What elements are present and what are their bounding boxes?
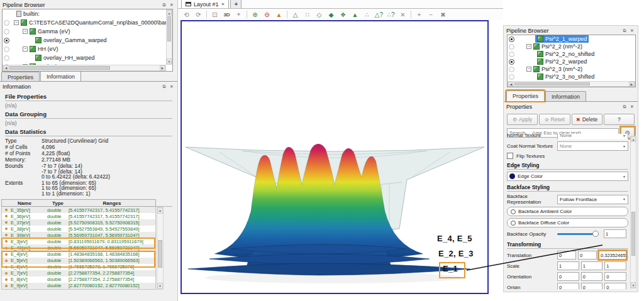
delete-button[interactable]: ✖Delete — [572, 114, 602, 125]
render-viewport[interactable] — [180, 20, 489, 294]
add-item-icon[interactable]: + — [414, 10, 425, 19]
table-row[interactable]: E_40[eV]double[5.56959731047, 5.56959731… — [2, 244, 155, 251]
remove-item-icon[interactable]: − — [426, 10, 436, 19]
tree-item-psi22[interactable]: − Psi^2_2 (nm^-2) — [508, 43, 635, 50]
tree-item-psi21-warped[interactable]: Psi^2_1_warped — [508, 35, 635, 43]
tree-vertical-scrollbar[interactable]: ▲ ▼ — [166, 9, 172, 65]
visibility-eye-icon[interactable] — [4, 38, 9, 43]
collapse-icon[interactable]: − — [23, 47, 28, 52]
backface-ambient-color-button[interactable]: Backface Ambient Color — [507, 207, 628, 216]
collapse-icon[interactable]: − — [526, 44, 531, 49]
select-polygon-points-icon[interactable]: ◆ — [326, 10, 336, 19]
tab-information[interactable]: Information — [40, 71, 81, 82]
select-polygon-cells-icon[interactable]: ◇ — [314, 10, 325, 19]
capture-screenshot-icon[interactable]: ⊡ — [209, 10, 220, 19]
hover-cells-icon[interactable]: △? — [374, 10, 384, 19]
backface-opacity-slider[interactable] — [557, 230, 601, 238]
col-type[interactable]: Type — [47, 200, 69, 206]
table-row[interactable]: E_39[eV]double[5.56959731047, 5.56959731… — [2, 232, 155, 238]
table-vertical-scrollbar[interactable]: ▲ ▼ — [157, 207, 164, 290]
table-row[interactable]: E_7[eV]double[2.2758877354, 2.2758877354… — [2, 270, 155, 276]
visibility-eye-icon[interactable] — [509, 44, 514, 50]
tab-layout-1[interactable]: Layout #1 ✕ — [181, 0, 229, 8]
tree-horizontal-scrollbar[interactable]: ◀ ▶ — [508, 81, 635, 87]
scroll-up-icon[interactable]: ▲ — [167, 10, 172, 16]
close-icon[interactable]: ✕ — [169, 84, 175, 90]
table-row[interactable]: E_37[eV]double[5.52750908315, 5.52750908… — [2, 219, 155, 226]
close-icon[interactable]: ✕ — [629, 28, 635, 34]
scroll-right-icon[interactable]: ▶ — [629, 82, 635, 86]
undock-icon[interactable]: ⧉ — [161, 84, 167, 90]
collapse-icon[interactable]: − — [526, 67, 531, 72]
visibility-eye-icon[interactable] — [509, 74, 514, 80]
tree-item-builtin[interactable]: builtin: — [3, 9, 172, 18]
scroll-down-icon[interactable]: ▼ — [157, 283, 163, 289]
normal-texture-combo[interactable]: None▼ — [557, 134, 628, 140]
backface-diffuse-color-button[interactable]: Backface Diffuse Color — [507, 218, 628, 227]
origin-y-field[interactable]: 0 — [581, 283, 603, 289]
orientation-z-field[interactable]: 0 — [604, 272, 626, 281]
translation-z-field[interactable]: 0.323524651 — [599, 251, 626, 260]
visibility-eye-icon[interactable] — [4, 20, 9, 26]
undock-icon[interactable]: ⧉ — [621, 28, 628, 34]
grow-selection-icon[interactable]: ▲ — [274, 10, 284, 19]
scroll-thumb[interactable] — [9, 66, 110, 70]
select-block-icon[interactable]: ❖ — [338, 10, 348, 19]
scroll-down-icon[interactable]: ▼ — [631, 282, 636, 288]
tree-item-bandedges[interactable]: − C:\TESTCASE\2DQuantumCorral_nnp\bias_0… — [3, 18, 172, 27]
close-icon[interactable]: ✕ — [629, 104, 635, 110]
visibility-eye-icon[interactable] — [4, 47, 9, 52]
scroll-thumb[interactable] — [631, 212, 635, 256]
scroll-thumb[interactable] — [158, 240, 162, 268]
tree-horizontal-scrollbar[interactable]: ◀ ▶ — [3, 65, 166, 71]
close-tab-icon[interactable]: ✕ — [221, 2, 225, 7]
clear-selection-icon[interactable]: ✕ — [397, 10, 408, 19]
tab-properties[interactable]: Properties — [506, 90, 545, 101]
scroll-down-icon[interactable]: ▼ — [167, 58, 172, 64]
undo-camera-icon[interactable]: ⟲ — [181, 10, 192, 19]
tree-item-psi22-no-shifted[interactable]: Psi^2_2_no_shifted — [508, 50, 635, 58]
visibility-eye-icon[interactable] — [4, 55, 9, 61]
tree-item-gamma[interactable]: − Gamma (eV) — [3, 27, 172, 36]
orientation-y-field[interactable]: 0 — [581, 272, 603, 281]
interactive-select-cells-icon[interactable]: ▲ — [350, 10, 360, 19]
zoom-to-data-icon[interactable]: ⌖ — [233, 10, 244, 19]
tree-item-psi23-no-shifted[interactable]: Psi^2_3_no_shifted — [508, 73, 635, 80]
reset-button[interactable]: ⊘Reset — [539, 114, 570, 125]
scroll-left-icon[interactable]: ◀ — [508, 82, 514, 86]
new-layout-tab[interactable]: + — [230, 0, 242, 8]
undock-icon[interactable]: ⧉ — [621, 104, 628, 110]
table-row[interactable]: E_9[eV]double[2.82770080152, 2.827700801… — [2, 283, 155, 289]
origin-x-field[interactable]: 0 — [557, 283, 579, 289]
table-row-e5[interactable]: E_5[eV]double[1.50389066563, 1.503890665… — [2, 258, 155, 264]
tree-item-overlay-gamma-warped[interactable]: overlay_Gamma_warped — [3, 36, 172, 45]
add-selection-icon[interactable]: ⊕ — [250, 10, 260, 19]
interactive-select-points-icon[interactable]: ∴ — [362, 10, 372, 19]
backface-opacity-field[interactable]: 1 — [604, 229, 626, 238]
scroll-thumb[interactable] — [167, 16, 171, 41]
undock-icon[interactable]: ⧉ — [161, 2, 167, 8]
flip-textures-checkbox[interactable] — [507, 153, 513, 159]
scale-y-field[interactable]: 1 — [581, 261, 603, 270]
translation-x-field[interactable]: 0 — [557, 251, 576, 260]
close-icon[interactable]: ✕ — [169, 2, 175, 8]
scale-x-field[interactable]: 1 — [557, 261, 579, 270]
apply-button[interactable]: ⚙Apply — [507, 114, 538, 125]
toggle-2d3d-icon[interactable]: 3D — [221, 10, 232, 19]
properties-vertical-scrollbar[interactable]: ▲ ▼ — [630, 136, 636, 288]
select-cells-rect-icon[interactable]: △ — [290, 10, 301, 19]
tab-properties[interactable]: Properties — [1, 72, 40, 82]
subtract-selection-icon[interactable]: ⊖ — [262, 10, 272, 19]
visibility-eye-icon[interactable] — [509, 59, 514, 65]
scroll-right-icon[interactable]: ▶ — [160, 65, 165, 70]
slider-handle[interactable] — [592, 231, 599, 237]
tree-item-psi23[interactable]: − Psi^2_3 (nm^-2) — [508, 65, 635, 73]
visibility-eye-icon[interactable] — [509, 67, 514, 72]
scroll-thumb[interactable] — [514, 82, 590, 85]
redo-camera-icon[interactable]: ⟳ — [193, 10, 204, 19]
table-row[interactable]: E_35[eV]double[5.41557742317, 5.41557742… — [2, 207, 155, 213]
scroll-up-icon[interactable]: ▲ — [631, 136, 636, 142]
hover-points-icon[interactable]: ∴? — [386, 10, 396, 19]
scroll-up-icon[interactable]: ▲ — [157, 207, 163, 214]
table-row[interactable]: E_6[eV]double[1.7666735078, 1.7666735078… — [2, 264, 155, 270]
